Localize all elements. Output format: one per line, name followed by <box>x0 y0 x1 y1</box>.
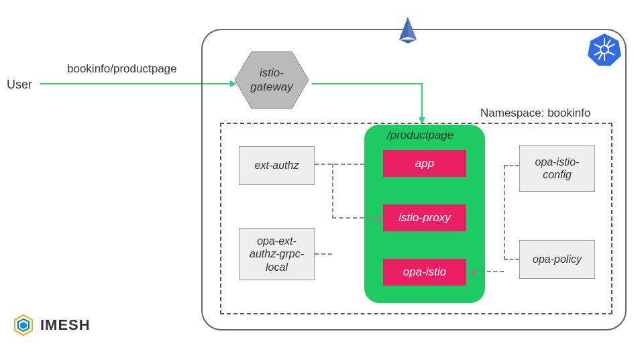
config-opa-istio: opa-istio-config <box>519 145 595 192</box>
dashed-line <box>504 259 519 260</box>
container-app: app <box>383 150 466 177</box>
dashed-line <box>504 165 505 260</box>
imesh-logo-text: IMESH <box>40 316 91 334</box>
imesh-logo: IMESH <box>12 314 91 337</box>
user-label: User <box>7 78 32 92</box>
dashed-arrow-to-opa <box>474 271 504 272</box>
istio-icon <box>396 15 420 48</box>
config-ext-authz: ext-authz <box>239 146 315 185</box>
config-opa-policy: opa-policy <box>519 240 595 279</box>
kubernetes-icon <box>586 32 623 70</box>
namespace-label: Namespace: bookinfo <box>480 107 590 120</box>
dashed-line <box>504 165 519 166</box>
dashed-arrow-to-proxy <box>332 217 378 219</box>
config-opa-ext-authz: opa-ext-authz-grpc-local <box>239 228 315 280</box>
dashed-line <box>332 164 333 219</box>
gateway-label: istio- gateway <box>231 48 312 112</box>
container-opa-istio: opa-istio <box>383 259 466 286</box>
svg-marker-13 <box>20 322 27 329</box>
container-istio-proxy: istio-proxy <box>383 204 466 231</box>
arrow-gateway-h <box>312 83 423 84</box>
imesh-logo-icon <box>12 314 35 337</box>
dashed-line <box>315 164 364 165</box>
arrow-gateway-v <box>421 83 423 119</box>
dashed-line <box>315 253 332 255</box>
productpage-label: /productpage <box>387 129 453 142</box>
request-path-label: bookinfo/productpage <box>67 62 177 76</box>
istio-gateway-node: istio- gateway <box>231 48 312 112</box>
